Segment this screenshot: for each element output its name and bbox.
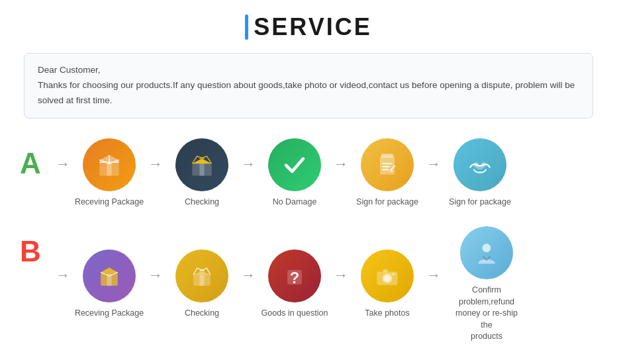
label-b5: Confirm problem,refund money or re-ship … xyxy=(450,285,523,343)
flow-item-b5: Confirm problem,refund money or re-ship … xyxy=(444,226,530,343)
svg-marker-22 xyxy=(193,271,211,275)
svg-point-31 xyxy=(483,244,491,253)
flow-item-a1: Receving Package xyxy=(73,138,146,208)
flow-item-b4: Take photos xyxy=(351,250,424,320)
label-b3: Goods in question xyxy=(261,308,328,320)
icon-package-dark xyxy=(175,138,228,191)
flow-section-b: B → Receving Package → xyxy=(20,226,597,343)
page-title-section: SERVICE xyxy=(245,13,371,41)
arrow-a4: → xyxy=(426,156,441,191)
svg-point-28 xyxy=(384,275,390,281)
label-b2: Checking xyxy=(185,308,219,320)
icon-handshake-teal xyxy=(453,138,506,191)
section-a-label: A xyxy=(20,138,53,178)
page-title: SERVICE xyxy=(254,13,371,41)
label-a3: No Damage xyxy=(273,197,317,208)
section-b-label: B xyxy=(20,226,53,266)
flow-items-b: → Receving Package → xyxy=(53,226,597,343)
svg-rect-4 xyxy=(107,162,111,175)
label-a4: Sign for package xyxy=(356,197,418,208)
arrow-a1: → xyxy=(148,156,163,191)
icon-package-gold xyxy=(175,250,228,302)
icon-person-sky xyxy=(460,226,513,279)
svg-rect-8 xyxy=(380,156,395,174)
arrow-a2: → xyxy=(241,156,256,191)
label-a5: Sign for package xyxy=(449,197,511,208)
svg-text:?: ? xyxy=(290,269,300,287)
label-a1: Receving Package xyxy=(75,197,144,208)
label-a2: Checking xyxy=(185,197,219,208)
icon-package-orange xyxy=(83,138,136,191)
svg-rect-20 xyxy=(107,274,111,286)
svg-rect-23 xyxy=(199,275,204,286)
svg-point-17 xyxy=(477,165,484,169)
arrow-b4: → xyxy=(426,267,441,302)
label-b1: Receving Package xyxy=(75,308,144,320)
flow-item-a2: Checking xyxy=(166,138,238,208)
notice-line2: Thanks for choosing our products.If any … xyxy=(38,78,579,109)
arrow-b1: → xyxy=(148,267,163,302)
icon-package-purple xyxy=(83,250,136,302)
arrow-b3: → xyxy=(334,267,348,302)
notice-box: Dear Customer, Thanks for choosing our p… xyxy=(24,53,593,118)
flow-item-a5: Sign for package xyxy=(444,138,516,208)
notice-line1: Dear Customer, xyxy=(38,63,579,78)
icon-checkmark-green xyxy=(268,138,321,191)
flow-items-a: → Receving Package → xyxy=(53,138,597,208)
icon-camera-yellow xyxy=(361,250,414,302)
flow-section-a: A → Receving Package → xyxy=(20,138,597,208)
label-b4: Take photos xyxy=(365,308,409,320)
arrow-a3: → xyxy=(334,156,348,191)
svg-marker-19 xyxy=(101,267,118,273)
svg-rect-7 xyxy=(199,163,204,175)
flow-item-b2: Checking xyxy=(166,250,238,320)
flow-item-a4: Sign for package xyxy=(351,138,424,208)
arrow-b0: → xyxy=(56,267,70,302)
arrow-b2: → xyxy=(241,267,256,302)
icon-sign-yellow xyxy=(361,138,414,191)
flow-item-b1: Receving Package xyxy=(73,250,146,320)
icon-question-red: ? xyxy=(268,250,321,302)
arrow-a0: → xyxy=(56,156,70,191)
svg-rect-29 xyxy=(383,269,388,273)
flow-item-a3: No Damage xyxy=(258,138,331,208)
flow-item-b3: ? Goods in question xyxy=(258,250,331,320)
svg-rect-9 xyxy=(381,154,393,158)
title-accent-bar xyxy=(245,15,248,40)
svg-rect-30 xyxy=(391,273,395,276)
